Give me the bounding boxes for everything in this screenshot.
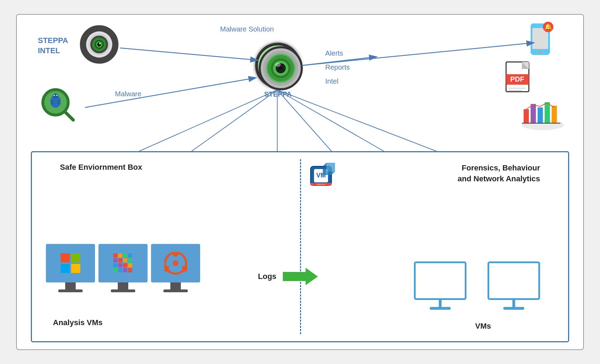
svg-rect-95	[123, 258, 127, 262]
svg-rect-85	[61, 253, 70, 262]
svg-point-21	[99, 43, 101, 44]
svg-rect-86	[71, 253, 80, 262]
svg-point-20	[97, 43, 101, 47]
top-section: STEPPAINTEL	[17, 15, 583, 151]
svg-text:PDF: PDF	[510, 75, 524, 83]
svg-rect-93	[113, 258, 117, 262]
svg-rect-100	[128, 263, 132, 267]
svg-rect-90	[118, 253, 122, 258]
svg-line-72	[192, 90, 277, 151]
svg-text:ORACLE: ORACLE	[317, 183, 326, 186]
vm-monitor-2	[488, 261, 540, 310]
steppa-center-label: STEPPA	[255, 90, 301, 98]
svg-line-68	[85, 78, 257, 107]
vertical-divider	[300, 159, 301, 334]
vm-screen-2	[488, 261, 540, 300]
svg-rect-96	[128, 258, 132, 262]
svg-point-49	[538, 51, 542, 54]
steppa-intel-label: STEPPAINTEL	[38, 36, 68, 56]
svg-line-71	[139, 90, 277, 151]
eye-icon	[255, 43, 301, 88]
bottom-section: Safe Enviornment Box Forensics, Behaviou…	[31, 151, 569, 342]
svg-rect-64	[552, 106, 557, 123]
gear-icon	[80, 25, 118, 71]
right-vms-group	[414, 261, 540, 310]
malware-label: Malware	[115, 90, 142, 98]
svg-rect-63	[545, 102, 550, 123]
svg-line-110	[167, 266, 169, 268]
svg-rect-89	[113, 253, 117, 258]
svg-marker-82	[326, 163, 335, 172]
svg-rect-103	[123, 268, 127, 272]
svg-line-111	[182, 266, 184, 268]
svg-point-112	[173, 260, 178, 266]
svg-rect-88	[71, 264, 80, 273]
logs-label: Logs	[258, 272, 277, 281]
forensics-label: Forensics, Behaviourand Network Analytic…	[458, 163, 540, 184]
svg-marker-113	[283, 268, 318, 285]
svg-rect-92	[128, 253, 132, 258]
virtualbox-icon: VM ORACLE	[307, 159, 342, 192]
svg-line-76	[277, 90, 436, 151]
svg-rect-98	[118, 263, 122, 267]
svg-text:🔔: 🔔	[544, 23, 552, 31]
steppa-eye: STEPPA	[255, 43, 301, 98]
svg-line-75	[277, 90, 384, 151]
bug-magnifier-icon	[38, 85, 76, 125]
svg-line-35	[65, 112, 73, 120]
svg-rect-61	[531, 104, 536, 123]
vm-monitor-1	[414, 261, 466, 310]
phone-notification-icon: 🔔	[527, 22, 555, 62]
svg-rect-60	[524, 109, 529, 123]
svg-rect-62	[538, 107, 543, 123]
svg-rect-99	[123, 263, 127, 267]
svg-line-74	[277, 90, 332, 151]
reports-label: Reports	[325, 60, 350, 74]
svg-rect-102	[118, 268, 122, 272]
svg-point-26	[53, 93, 58, 99]
analysis-vms-label: Analysis VMs	[53, 318, 103, 327]
main-container: STEPPAINTEL	[16, 14, 584, 350]
svg-point-46	[275, 63, 281, 67]
svg-line-31	[50, 104, 54, 104]
svg-rect-97	[113, 263, 117, 267]
analysis-vms-group	[46, 244, 200, 303]
safe-environment-label: Safe Enviornment Box	[60, 163, 142, 172]
vm-stand-2	[503, 300, 524, 310]
svg-rect-91	[123, 253, 127, 258]
svg-rect-94	[118, 258, 122, 262]
malware-solution-label: Malware Solution	[220, 25, 274, 33]
svg-rect-104	[128, 268, 132, 272]
svg-line-67	[120, 48, 258, 60]
charts-analytics-icon	[520, 99, 566, 135]
output-labels: Alerts Reports Intel	[325, 46, 350, 88]
svg-point-28	[56, 94, 57, 96]
vm-stand-1	[430, 300, 451, 310]
pdf-icon: PDF	[504, 60, 536, 100]
svg-point-27	[54, 94, 55, 96]
svg-rect-101	[113, 268, 117, 272]
intel-label: Intel	[325, 74, 350, 88]
svg-rect-87	[61, 264, 70, 273]
logs-area: Logs	[258, 268, 318, 285]
alerts-label: Alerts	[325, 46, 350, 60]
vm-screen-1	[414, 261, 466, 300]
svg-line-34	[57, 104, 61, 104]
vms-label: VMs	[475, 322, 491, 331]
